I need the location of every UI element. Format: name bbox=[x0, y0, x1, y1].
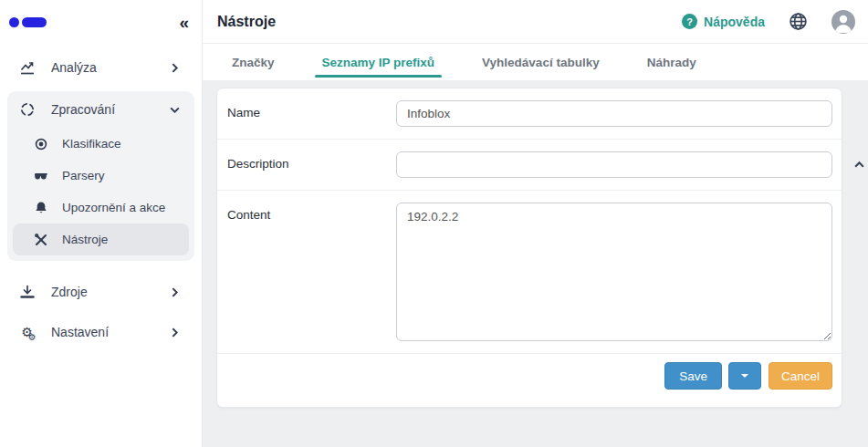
sidebar-nav: Analýza Zpracování bbox=[0, 44, 202, 350]
page-header: Nástroje ? Nápověda bbox=[203, 0, 868, 44]
gears-icon: ⚙⚙ bbox=[18, 324, 36, 341]
header-actions: ? Nápověda bbox=[682, 10, 855, 34]
form-row-content: Content 192.0.2.2 bbox=[217, 191, 842, 354]
chevron-right-icon bbox=[166, 59, 183, 77]
bell-icon bbox=[32, 199, 49, 216]
sidebar-item-parsery[interactable]: Parsery bbox=[13, 160, 189, 192]
form-actions: Save Cancel bbox=[217, 354, 842, 390]
name-label: Name bbox=[227, 100, 396, 120]
save-options-button[interactable] bbox=[728, 362, 761, 390]
logo-pill bbox=[22, 17, 47, 27]
tabbar: Značky Seznamy IP prefixů Vyhledávací ta… bbox=[203, 44, 868, 81]
tab-seznamy-ip-prefixu[interactable]: Seznamy IP prefixů bbox=[302, 44, 455, 80]
sidebar-item-analyza[interactable]: Analýza bbox=[7, 49, 194, 86]
sidebar-item-nastaveni[interactable]: ⚙⚙ Nastavení bbox=[7, 314, 194, 350]
download-icon bbox=[18, 284, 36, 301]
target-icon bbox=[32, 135, 49, 152]
sidebar-item-klasifikace[interactable]: Klasifikace bbox=[13, 128, 189, 160]
form-row-description: Description bbox=[217, 140, 842, 191]
glasses-icon bbox=[32, 167, 49, 184]
save-button[interactable]: Save bbox=[664, 362, 722, 390]
brand-logo[interactable] bbox=[9, 17, 47, 27]
scroll-up-icon[interactable] bbox=[853, 158, 865, 174]
chart-line-icon bbox=[18, 59, 36, 77]
page-title: Nástroje bbox=[217, 14, 276, 30]
avatar[interactable] bbox=[831, 10, 855, 34]
sidebar-item-label: Analýza bbox=[51, 60, 97, 75]
tab-vyhledavaci-tabulky[interactable]: Vyhledávací tabulky bbox=[462, 44, 620, 80]
cancel-button[interactable]: Cancel bbox=[769, 362, 832, 390]
sidebar-item-nastroje[interactable]: Nástroje bbox=[13, 224, 189, 255]
sidebar-item-upozorneni[interactable]: Upozornění a akce bbox=[13, 192, 189, 224]
description-field[interactable] bbox=[396, 151, 832, 178]
sidebar-brand-row: « bbox=[0, 0, 202, 44]
sidebar-item-label: Klasifikace bbox=[62, 137, 121, 151]
process-sync-icon bbox=[18, 101, 36, 119]
tab-znacky[interactable]: Značky bbox=[212, 44, 295, 80]
sidebar-item-label: Nastavení bbox=[51, 325, 109, 339]
content-area: Name Description Content 192.0.2.2 bbox=[203, 81, 868, 447]
content-field[interactable]: 192.0.2.2 bbox=[396, 203, 832, 341]
chevron-down-icon bbox=[166, 101, 183, 119]
caret-down-icon bbox=[741, 374, 748, 378]
form-row-name: Name bbox=[217, 88, 842, 140]
help-link[interactable]: ? Nápověda bbox=[682, 14, 765, 29]
help-label: Nápověda bbox=[704, 15, 765, 29]
sidebar: « Analýza bbox=[0, 0, 203, 447]
name-field[interactable] bbox=[396, 100, 832, 127]
logo-dot bbox=[9, 17, 19, 27]
main-area: Nástroje ? Nápověda bbox=[203, 0, 868, 447]
sidebar-item-zpracovani[interactable]: Zpracování bbox=[7, 91, 194, 128]
chevron-right-icon bbox=[166, 324, 183, 341]
help-circle-icon: ? bbox=[682, 14, 697, 29]
sidebar-item-zdroje[interactable]: Zdroje bbox=[7, 274, 194, 310]
sidebar-group-zpracovani: Zpracování Klasifikace bbox=[7, 91, 194, 261]
description-label: Description bbox=[227, 151, 396, 171]
tab-nahrady[interactable]: Náhrady bbox=[627, 44, 716, 80]
tools-icon bbox=[32, 231, 49, 248]
sidebar-item-label: Zpracování bbox=[51, 102, 115, 117]
app-window: « Analýza bbox=[0, 0, 868, 447]
chevron-right-icon bbox=[166, 284, 183, 301]
globe-icon[interactable] bbox=[789, 12, 808, 31]
sidebar-item-label: Zdroje bbox=[51, 285, 88, 299]
sidebar-item-label: Parsery bbox=[62, 169, 105, 182]
sidebar-item-label: Nástroje bbox=[62, 233, 108, 246]
content-label: Content bbox=[227, 203, 396, 222]
sidebar-item-label: Upozornění a akce bbox=[62, 201, 165, 214]
ip-prefix-form-card: Name Description Content 192.0.2.2 bbox=[216, 88, 842, 408]
sidebar-collapse-icon[interactable]: « bbox=[179, 14, 187, 31]
